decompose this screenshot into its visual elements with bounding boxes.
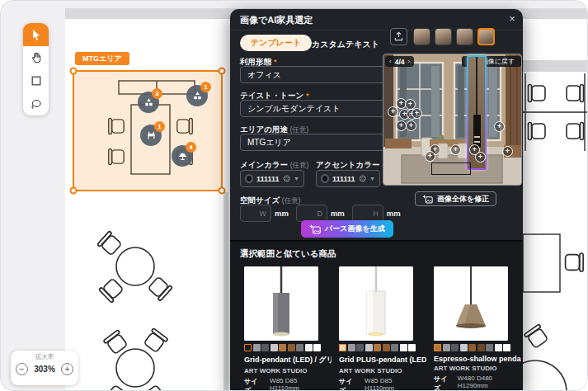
product-brand: ART WORK STUDIO xyxy=(434,365,517,372)
variant-swatch[interactable] xyxy=(296,344,303,351)
generate-perspective-button[interactable]: パース画像を生成 xyxy=(301,220,393,238)
carousel-next-button[interactable]: › xyxy=(408,56,411,67)
product-card[interactable]: Grid-pendant (LED) / グリッド … ART WORK STU… xyxy=(240,266,327,391)
resize-handle[interactable] xyxy=(219,68,225,74)
area-label-badge[interactable]: MTGエリア xyxy=(75,52,129,65)
width-unit: mm xyxy=(275,209,289,218)
variant-swatch[interactable] xyxy=(348,344,355,351)
product-title[interactable]: Grid-pendant (LED) / グリッド … xyxy=(244,355,332,365)
variant-swatch[interactable] xyxy=(468,344,476,351)
select-tool-button[interactable] xyxy=(23,23,49,46)
space-size-row: mm mm mm xyxy=(240,205,401,222)
width-field[interactable] xyxy=(240,205,271,222)
image-thumbnail-4-selected[interactable] xyxy=(477,28,495,45)
rug-selection-outline xyxy=(431,163,471,175)
marker-furniture-set[interactable]: 3 xyxy=(138,92,159,113)
accent-color-picker[interactable]: 111111 ▼ xyxy=(316,170,380,187)
variant-swatch[interactable] xyxy=(400,344,407,351)
upload-image-button[interactable] xyxy=(390,28,407,45)
accent-color-value: 111111 xyxy=(332,175,355,183)
pan-tool-button[interactable] xyxy=(23,46,49,69)
variant-swatch[interactable] xyxy=(288,344,295,351)
variant-swatch[interactable] xyxy=(486,344,493,351)
add-item-marker[interactable] xyxy=(425,151,435,162)
furniture-set-icon xyxy=(143,97,154,107)
required-mark: * xyxy=(274,57,277,66)
tab-template[interactable]: テンプレート xyxy=(240,35,312,51)
resize-handle[interactable] xyxy=(71,68,77,74)
product-card[interactable]: Espresso-shallow pendant (LE… ART WORK S… xyxy=(430,266,517,391)
variant-swatch[interactable] xyxy=(339,344,346,351)
variant-swatch[interactable] xyxy=(477,344,485,351)
variant-swatch[interactable] xyxy=(391,344,398,351)
tab-custom-text[interactable]: カスタムテキスト xyxy=(312,39,379,50)
image-thumbnail-2[interactable] xyxy=(435,28,452,45)
variant-swatch[interactable] xyxy=(279,344,286,351)
panel-titlebar: 画像でAI家具選定 × xyxy=(230,9,523,31)
ai-furniture-panel: 画像でAI家具選定 × テンプレート カスタムテキスト 利用形態 * テイスト・… xyxy=(230,9,523,391)
variant-swatch[interactable] xyxy=(451,344,459,351)
marker-sofa[interactable]: 1 xyxy=(140,125,162,146)
variant-swatch[interactable] xyxy=(374,344,381,351)
usage-input[interactable] xyxy=(240,66,387,83)
variant-strip xyxy=(434,344,517,351)
add-item-marker[interactable] xyxy=(475,152,486,163)
carousel-prev-button[interactable]: ‹ xyxy=(389,56,392,67)
add-item-marker[interactable] xyxy=(406,120,416,131)
fix-whole-image-button[interactable]: 画像全体を修正 xyxy=(415,191,496,206)
variant-swatch[interactable] xyxy=(313,344,321,351)
variant-swatch[interactable] xyxy=(460,344,468,351)
upload-icon xyxy=(393,31,405,43)
resize-handle[interactable] xyxy=(71,188,77,194)
product-title[interactable]: Espresso-shallow pendant (LE… xyxy=(434,355,521,363)
variant-swatch[interactable] xyxy=(244,344,252,351)
product-title[interactable]: Grid PLUS-pendant (LED) / グリ… xyxy=(339,355,426,365)
rectangle-tool-button[interactable] xyxy=(23,69,49,92)
variant-swatch[interactable] xyxy=(495,344,502,351)
variant-swatch[interactable] xyxy=(270,344,278,351)
close-icon[interactable]: × xyxy=(506,12,519,26)
marker-lamp[interactable]: 4 xyxy=(172,145,193,167)
chevron-down-icon: ▼ xyxy=(369,176,375,181)
variant-swatch[interactable] xyxy=(383,344,390,351)
variant-swatch[interactable] xyxy=(408,344,416,351)
marker-furniture-set[interactable]: 1 xyxy=(186,85,208,106)
variant-swatch[interactable] xyxy=(443,344,450,351)
main-color-value: 111111 xyxy=(256,175,280,183)
add-item-marker[interactable] xyxy=(412,108,422,119)
add-item-marker[interactable] xyxy=(450,144,461,155)
variant-swatch[interactable] xyxy=(434,344,441,351)
taste-input[interactable] xyxy=(240,100,387,117)
zoom-value: 303% xyxy=(34,365,55,374)
product-image[interactable] xyxy=(339,266,413,341)
product-size: サイズ W85 D85 H1110mm xyxy=(244,377,327,391)
product-size: サイズ W85 D85 H1110mm xyxy=(339,377,422,391)
image-thumbnail-3[interactable] xyxy=(456,28,473,45)
product-image[interactable] xyxy=(244,266,318,341)
product-image[interactable] xyxy=(434,266,508,341)
product-card[interactable]: Grid PLUS-pendant (LED) / グリ… ART WORK S… xyxy=(335,266,422,391)
variant-swatch[interactable] xyxy=(356,344,364,351)
purpose-input[interactable] xyxy=(240,134,387,151)
variant-swatch[interactable] xyxy=(261,344,269,351)
variant-swatch[interactable] xyxy=(503,344,510,351)
zoom-out-button[interactable]: − xyxy=(16,363,28,375)
sparkle-image-icon xyxy=(422,195,433,204)
product-size: サイズ W480 D480 H1290mm xyxy=(434,375,517,391)
zoom-in-button[interactable]: + xyxy=(61,363,73,375)
main-color-picker[interactable]: 111111 ▼ xyxy=(240,170,304,187)
add-item-marker[interactable] xyxy=(502,146,513,157)
variant-swatch[interactable] xyxy=(253,344,261,351)
depth-unit: mm xyxy=(331,209,345,218)
variant-swatch[interactable] xyxy=(305,344,313,351)
add-item-marker[interactable] xyxy=(388,106,398,117)
height-field[interactable] xyxy=(352,205,383,222)
lasso-tool-button[interactable] xyxy=(23,92,49,115)
carousel-position: 4/4 xyxy=(395,58,405,66)
resize-handle[interactable] xyxy=(219,188,225,194)
color-wheel-icon xyxy=(359,174,366,183)
depth-field[interactable] xyxy=(296,205,327,222)
variant-swatch[interactable] xyxy=(365,344,373,351)
add-item-marker[interactable] xyxy=(494,121,505,132)
image-thumbnail-1[interactable] xyxy=(413,28,430,45)
